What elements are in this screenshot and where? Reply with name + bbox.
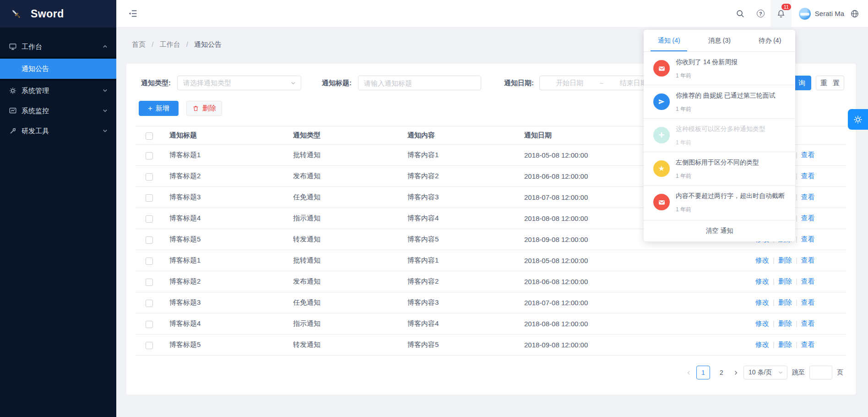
row-checkbox[interactable] bbox=[146, 236, 153, 244]
cell-type: 转发通知 bbox=[285, 229, 399, 250]
row-checkbox[interactable] bbox=[146, 215, 153, 223]
top-header: ? 11 Serati Ma bbox=[116, 0, 868, 27]
delete-link[interactable]: 删除 bbox=[778, 277, 792, 285]
chevron-down-icon bbox=[102, 88, 108, 93]
notice-item-4[interactable]: 内容不要超过两行字，超出时自动截断 1 年前 bbox=[644, 186, 795, 219]
sidebar-item-dev-tools[interactable]: 研发工具 bbox=[0, 121, 116, 141]
tab-notifications[interactable]: 通知 (4) bbox=[644, 30, 694, 51]
notice-title-label: 通知标题: bbox=[322, 76, 352, 90]
row-checkbox[interactable] bbox=[146, 342, 153, 349]
view-link[interactable]: 查看 bbox=[801, 193, 815, 201]
cell-title: 博客标题1 bbox=[161, 250, 285, 271]
notice-title: 左侧图标用于区分不同的类型 bbox=[676, 158, 759, 167]
select-all-checkbox[interactable] bbox=[146, 132, 153, 140]
settings-gear-button[interactable] bbox=[848, 109, 868, 130]
prev-page-icon[interactable] bbox=[686, 370, 692, 376]
cell-type: 指示通知 bbox=[285, 208, 399, 229]
view-link[interactable]: 查看 bbox=[801, 340, 815, 348]
edit-link[interactable]: 修改 bbox=[755, 340, 769, 348]
row-checkbox[interactable] bbox=[146, 279, 153, 286]
notification-count-badge: 11 bbox=[781, 3, 792, 11]
sidebar-item-system-monitor[interactable]: 系统监控 bbox=[0, 101, 116, 121]
monitor-icon bbox=[9, 43, 17, 51]
tab-messages[interactable]: 消息 (3) bbox=[694, 30, 744, 51]
view-link[interactable]: 查看 bbox=[801, 256, 815, 264]
cell-content: 博客内容2 bbox=[399, 271, 516, 292]
reset-button[interactable]: 重 置 bbox=[816, 76, 844, 90]
table-row: 博客标题4 指示通知 博客内容4 2018-08-08 12:00:00 修改|… bbox=[136, 313, 846, 335]
tab-todos[interactable]: 待办 (4) bbox=[745, 30, 795, 51]
star-icon: ★ bbox=[653, 160, 670, 177]
edit-link[interactable]: 修改 bbox=[755, 277, 769, 285]
page-1-button[interactable]: 1 bbox=[696, 366, 710, 379]
cell-content: 博客内容4 bbox=[399, 313, 516, 335]
clear-notifications-button[interactable]: 清空 通知 bbox=[644, 220, 795, 241]
add-button[interactable]: + 新增 bbox=[139, 101, 179, 116]
row-checkbox[interactable] bbox=[146, 194, 153, 202]
edit-link[interactable]: 修改 bbox=[755, 256, 769, 264]
view-link[interactable]: 查看 bbox=[801, 277, 815, 285]
delete-link[interactable]: 删除 bbox=[778, 319, 792, 327]
cell-title: 博客标题5 bbox=[161, 335, 285, 356]
row-checkbox[interactable] bbox=[146, 321, 153, 328]
language-globe-icon[interactable] bbox=[844, 0, 865, 27]
gear-icon bbox=[853, 115, 863, 125]
notice-item-2[interactable]: + 这种模板可以区分多种通知类型 1 年前 bbox=[644, 119, 795, 152]
col-header-content: 通知内容 bbox=[399, 126, 516, 145]
sidebar-item-notice[interactable]: 通知公告 bbox=[0, 59, 116, 79]
view-link[interactable]: 查看 bbox=[801, 298, 815, 306]
notification-dropdown: 通知 (4) 消息 (3) 待办 (4) 你收到了 14 份新周报 1 年前 你… bbox=[644, 30, 795, 241]
breadcrumb-home[interactable]: 首页 bbox=[132, 40, 146, 48]
notice-type-select[interactable]: 请选择通知类型 bbox=[177, 76, 301, 90]
next-page-icon[interactable] bbox=[733, 370, 739, 376]
table-row: 博客标题3 任免通知 博客内容3 2018-07-08 12:00:00 修改|… bbox=[136, 292, 846, 313]
cell-title: 博客标题1 bbox=[161, 145, 285, 166]
edit-link[interactable]: 修改 bbox=[755, 319, 769, 327]
sidebar-submenu: 通知公告 bbox=[0, 57, 116, 81]
row-checkbox[interactable] bbox=[146, 173, 153, 181]
help-icon[interactable]: ? bbox=[751, 0, 770, 27]
app-title: Sword bbox=[31, 8, 64, 20]
cell-type: 批转通知 bbox=[285, 250, 399, 271]
delete-link[interactable]: 删除 bbox=[778, 340, 792, 348]
row-checkbox[interactable] bbox=[146, 258, 153, 265]
notifications-bell-button[interactable]: 11 bbox=[770, 0, 792, 27]
paper-plane-icon bbox=[653, 93, 670, 110]
cell-date: 2018-05-08 12:00:00 bbox=[516, 250, 747, 271]
delete-link[interactable]: 删除 bbox=[778, 298, 792, 306]
row-checkbox[interactable] bbox=[146, 300, 153, 307]
view-link[interactable]: 查看 bbox=[801, 214, 815, 222]
delete-link[interactable]: 删除 bbox=[778, 256, 792, 264]
notice-title: 你收到了 14 份新周报 bbox=[676, 57, 738, 66]
view-link[interactable]: 查看 bbox=[801, 235, 815, 243]
app-logo: Sword bbox=[0, 0, 116, 27]
notice-time: 1 年前 bbox=[676, 72, 738, 80]
breadcrumb-workbench[interactable]: 工作台 bbox=[160, 40, 180, 48]
sidebar-item-workbench[interactable]: 工作台 bbox=[0, 37, 116, 57]
view-link[interactable]: 查看 bbox=[801, 172, 815, 180]
user-menu[interactable]: Serati Ma bbox=[799, 8, 844, 20]
notice-time: 1 年前 bbox=[676, 139, 765, 147]
notice-item-0[interactable]: 你收到了 14 份新周报 1 年前 bbox=[644, 52, 795, 85]
notice-title: 这种模板可以区分多种通知类型 bbox=[676, 124, 765, 133]
page-2-button[interactable]: 2 bbox=[715, 366, 728, 379]
page-size-select[interactable]: 10 条/页 bbox=[743, 366, 787, 379]
cell-content: 博客内容3 bbox=[399, 187, 516, 208]
cell-title: 博客标题3 bbox=[161, 292, 285, 313]
notice-title-input[interactable] bbox=[358, 76, 481, 90]
notice-item-1[interactable]: 你推荐的 曲妮妮 已通过第三轮面试 1 年前 bbox=[644, 85, 795, 119]
row-checkbox[interactable] bbox=[146, 152, 153, 159]
sidebar: Sword 工作台 通知公告 bbox=[0, 0, 116, 417]
delete-button[interactable]: 删除 bbox=[186, 101, 222, 116]
plus-icon: + bbox=[148, 104, 152, 112]
bell-icon bbox=[776, 9, 786, 18]
view-link[interactable]: 查看 bbox=[801, 151, 815, 159]
search-icon[interactable] bbox=[730, 0, 751, 27]
sidebar-item-label: 研发工具 bbox=[22, 127, 49, 136]
sidebar-item-system-mgmt[interactable]: 系统管理 bbox=[0, 81, 116, 101]
jump-page-input[interactable] bbox=[809, 366, 832, 379]
notice-item-3[interactable]: ★ 左侧图标用于区分不同的类型 1 年前 bbox=[644, 152, 795, 186]
collapse-sidebar-icon[interactable] bbox=[126, 7, 140, 21]
edit-link[interactable]: 修改 bbox=[755, 298, 769, 306]
view-link[interactable]: 查看 bbox=[801, 319, 815, 327]
